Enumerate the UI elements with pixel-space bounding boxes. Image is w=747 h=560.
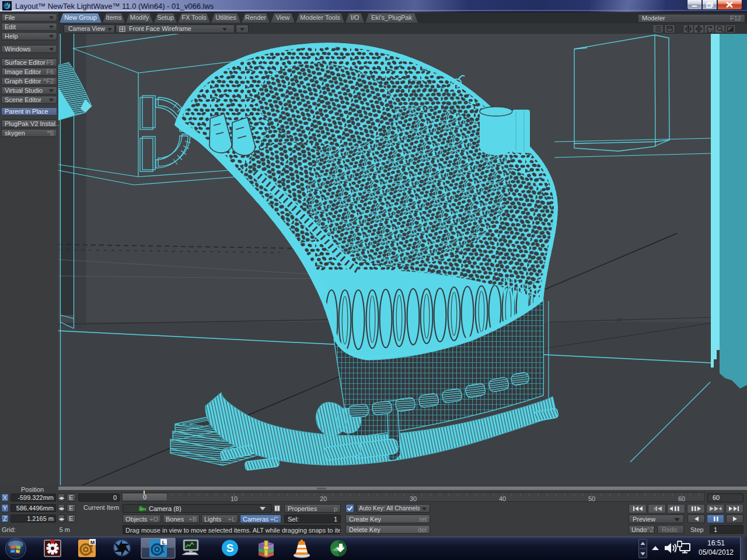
svg-text:50: 50: [588, 495, 595, 502]
svg-text:L: L: [162, 540, 166, 545]
svg-text:10: 10: [231, 495, 238, 502]
svg-text:40: 40: [499, 495, 506, 502]
svg-text:30: 30: [410, 495, 417, 502]
svg-text:20: 20: [320, 495, 327, 502]
svg-text:L: L: [9, 2, 11, 5]
svg-text:M: M: [90, 540, 95, 545]
svg-text:60: 60: [678, 495, 685, 502]
svg-text:S: S: [226, 542, 234, 554]
